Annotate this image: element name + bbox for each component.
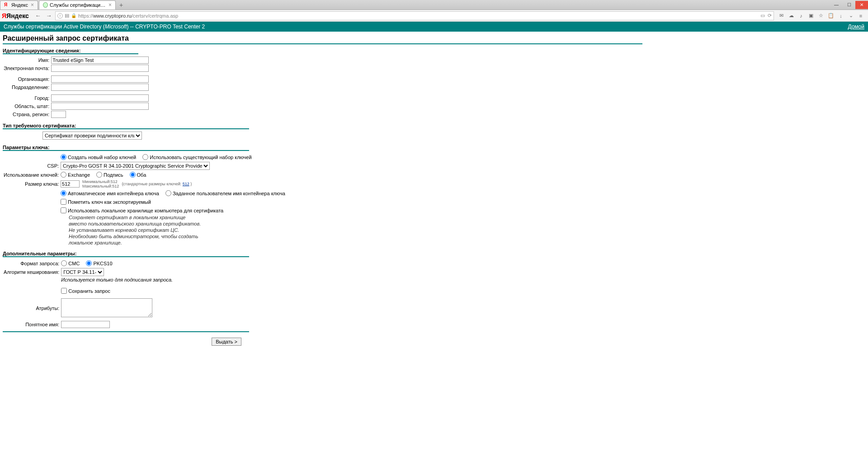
city-input[interactable] [51,94,149,102]
use-existing-radio[interactable] [142,154,148,160]
minimize-button[interactable]: — [830,1,843,9]
cert-type-select[interactable]: Сертификат проверки подлинности клиента [42,132,142,140]
local-store-label: Использовать локальное хранилище компьют… [68,208,223,213]
auto-container-radio-label[interactable]: Автоматическое имя контейнера ключа [61,190,159,196]
nav-bar: ЯЯндекс ← → i ▤ 🔒 https://www.cryptopro.… [0,10,868,22]
tab-certsrv[interactable]: Службы сертификации А... × [39,0,116,9]
forward-button[interactable]: → [44,11,53,20]
translate-icon[interactable]: ▭ [760,13,765,19]
url-path: /certsrv/certrqma.asp [132,13,178,19]
back-button[interactable]: ← [33,11,42,20]
panel-icon[interactable]: ▣ [807,12,815,19]
use-existing-radio-label[interactable]: Использовать существующий набор ключей [142,154,251,160]
hash-select[interactable]: ГОСТ Р 34.11-94 [61,268,104,276]
cmc-radio-label[interactable]: CMC [61,260,80,266]
submit-button[interactable]: Выдать > [212,338,241,346]
title-rule [3,43,642,44]
ad-services-label: Службы сертификации Active Directory [4,24,101,30]
ad-services-text: Службы сертификации Active Directory (Mi… [4,24,205,30]
attrs-textarea[interactable] [61,298,152,317]
tab-yandex[interactable]: Я Яндекс × [0,0,38,9]
csp-label: CSP: [3,161,60,170]
city-label: Город: [3,94,50,102]
key-params-table: Создать новый набор ключей Использовать … [3,153,286,246]
key-size-info: Минимальный:512 Максимальный:512 [82,179,119,188]
user-container-radio-label[interactable]: Заданное пользователем имя контейнера кл… [165,190,285,196]
exportable-checkbox[interactable] [61,199,66,205]
menu-icon[interactable]: ≡ [857,12,864,19]
csp-select[interactable]: Crypto-Pro GOST R 34.10-2001 Cryptograph… [61,162,210,170]
user-container-radio[interactable] [165,190,171,196]
globe-favicon-icon [43,2,48,8]
key-params-section-label: Параметры ключа: [3,145,865,150]
save-req-checkbox[interactable] [61,288,67,294]
microsoft-label: Microsoft [105,24,127,30]
brand-logo[interactable]: ЯЯндекс [2,12,29,19]
create-new-radio-label[interactable]: Создать новый набор ключей [61,154,136,160]
yandex-favicon-icon: Я [4,2,9,8]
friendly-input[interactable] [61,321,110,328]
signature-radio[interactable] [96,172,102,178]
pkcs10-radio-label[interactable]: PKCS10 [86,260,112,266]
state-input[interactable] [51,103,149,110]
pkcs10-radio[interactable] [86,260,92,266]
lock-icon: 🔒 [71,13,76,18]
close-icon[interactable]: × [108,2,112,8]
clipboard-icon[interactable]: 📋 [827,12,835,19]
mail-icon[interactable]: ✉ [778,12,785,19]
signature-radio-label[interactable]: Подпись [96,172,123,178]
email-label: Электронная почта: [3,64,50,72]
reload-icon[interactable]: ⟳ [768,13,772,19]
name-input[interactable] [51,56,149,64]
country-input[interactable] [51,111,66,118]
local-store-checkbox[interactable] [61,207,66,213]
both-radio[interactable] [130,172,136,178]
both-radio-label[interactable]: Оба [130,172,146,178]
section-rule [3,331,249,332]
close-icon[interactable]: × [31,2,34,8]
save-req-label: Сохранить запрос [68,288,110,294]
new-tab-button[interactable]: + [117,1,126,9]
hash-label: Алгоритм хеширования: [3,268,60,277]
star-icon[interactable]: ☆ [817,12,825,19]
cmc-radio[interactable] [61,260,67,266]
exchange-radio[interactable] [61,172,66,178]
dept-label: Подразделение: [3,83,50,91]
section-rule [3,256,249,257]
exportable-label: Пометить ключ как экспортируемый [68,199,151,205]
create-new-radio[interactable] [61,154,66,160]
browser-chrome: Я Яндекс × Службы сертификации А... × + … [0,0,868,22]
reader-icon[interactable]: ▤ [65,13,69,19]
tab-title: Яндекс [11,2,28,8]
maximize-button[interactable]: ☐ [843,1,855,9]
download-icon[interactable]: ↓ [837,12,844,19]
info-icon[interactable]: i [57,13,63,19]
url-bar[interactable]: i ▤ 🔒 https://www.cryptopro.ru/certsrv/c… [55,11,774,20]
pocket-icon[interactable]: ⌄ [847,12,854,19]
additional-table: Формат запроса: CMC PKCS10 Алгоритм хеши… [3,259,174,329]
friendly-label: Понятное имя: [3,320,60,329]
weather-icon[interactable]: ☁ [788,12,795,19]
cert-type-section-label: Тип требуемого сертификата: [3,123,865,128]
url-text: https://www.cryptopro.ru/certsrv/certrqm… [78,13,178,19]
section-rule [3,128,249,129]
close-button[interactable]: ✕ [855,1,868,9]
dept-input[interactable] [51,84,149,91]
music-icon[interactable]: ♪ [797,12,805,19]
identity-section-label: Идентифицирующие сведения: [3,48,865,53]
auto-container-radio[interactable] [61,190,66,196]
page-header: Службы сертификации Active Directory (Mi… [0,22,868,32]
std-sizes: (стандартные размеры ключей: 512 ) [122,182,192,186]
section-rule [3,53,138,54]
email-input[interactable] [51,65,149,72]
home-link[interactable]: Домой [848,24,864,30]
additional-section-label: Дополнительные параметры: [3,251,865,256]
url-domain: www.cryptopro.ru [93,13,132,19]
local-store-note: Сохраняет сертификат в локальном хранили… [61,214,285,246]
std-size-link[interactable]: 512 [183,182,189,186]
page-title: Расширенный запрос сертификата [3,34,865,42]
content: Расширенный запрос сертификата Идентифиц… [0,32,868,348]
key-size-input[interactable] [61,180,80,188]
org-input[interactable] [51,75,149,83]
exchange-radio-label[interactable]: Exchange [61,172,90,178]
